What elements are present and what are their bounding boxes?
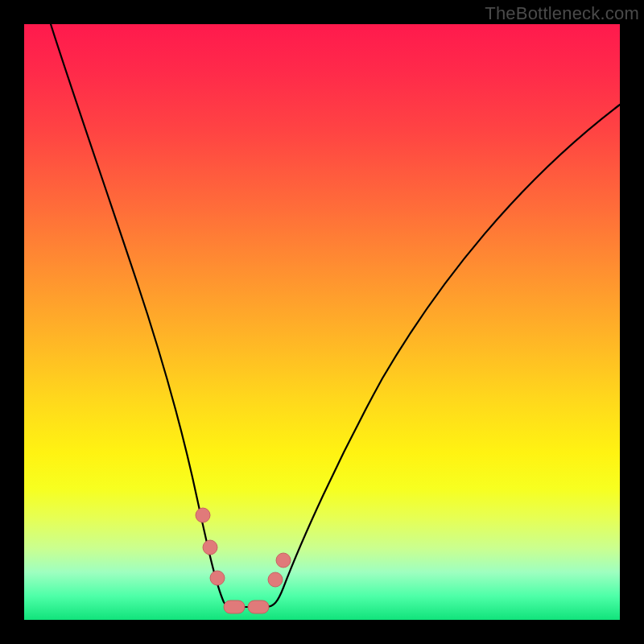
marker-dot [268, 572, 283, 587]
curve-markers [196, 508, 291, 613]
marker-pill [248, 601, 269, 613]
marker-dot [276, 553, 291, 568]
chart-frame: TheBottleneck.com [0, 0, 644, 644]
marker-dot [196, 508, 210, 522]
curve-path [51, 24, 620, 609]
plot-area [24, 24, 620, 620]
bottleneck-curve [24, 24, 620, 620]
watermark-text: TheBottleneck.com [485, 3, 639, 24]
marker-pill [224, 601, 245, 613]
marker-dot [210, 571, 225, 585]
marker-dot [203, 540, 217, 555]
